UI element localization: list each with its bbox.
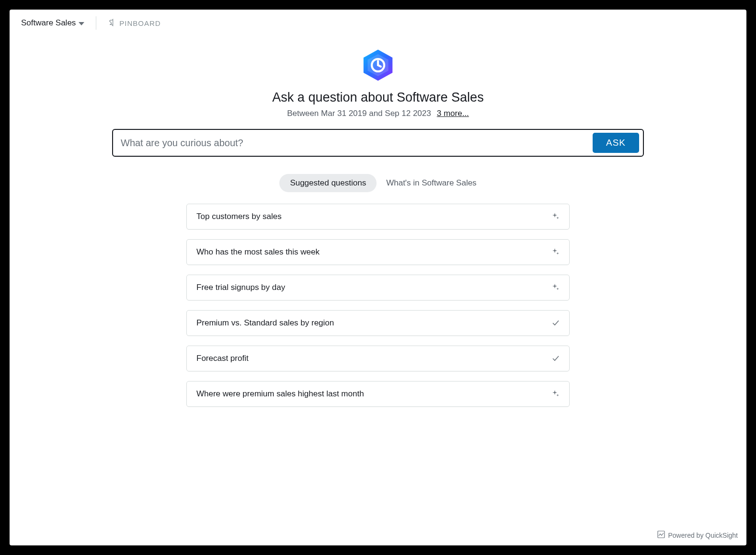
footer: Powered by QuickSight	[657, 531, 738, 540]
suggestion-text: Top customers by sales	[196, 212, 282, 221]
pin-icon	[108, 19, 115, 28]
check-icon	[552, 319, 560, 327]
question-input[interactable]	[121, 135, 593, 151]
check-icon	[552, 355, 560, 362]
suggestion-item[interactable]: Top customers by sales	[186, 204, 570, 230]
pinboard-label: PINBOARD	[119, 19, 160, 27]
top-bar: Software Sales PINBOARD	[10, 10, 746, 35]
suggestion-item[interactable]: Who has the most sales this week	[186, 239, 570, 265]
pinboard-button[interactable]: PINBOARD	[108, 19, 160, 28]
sparkle-icon	[552, 248, 560, 256]
suggestion-text: Who has the most sales this week	[196, 247, 320, 257]
sparkle-icon	[552, 390, 560, 398]
topic-dropdown[interactable]: Software Sales	[21, 18, 84, 28]
suggestion-item[interactable]: Forecast profit	[186, 346, 570, 371]
divider	[96, 16, 96, 30]
svg-rect-3	[658, 531, 664, 538]
date-range-text: Between Mar 31 2019 and Sep 12 2023	[287, 109, 431, 118]
suggestion-text: Forecast profit	[196, 354, 249, 363]
tabs-row: Suggested questions What's in Software S…	[279, 174, 476, 192]
suggestion-item[interactable]: Where were premium sales highest last mo…	[186, 381, 570, 407]
chevron-down-icon	[79, 22, 84, 25]
ask-button[interactable]: ASK	[593, 133, 639, 153]
suggestion-text: Free trial signups by day	[196, 283, 285, 292]
suggestion-text: Premium vs. Standard sales by region	[196, 318, 334, 328]
suggestion-item[interactable]: Premium vs. Standard sales by region	[186, 310, 570, 336]
sparkle-icon	[552, 284, 560, 291]
suggestions-list: Top customers by sales Who has the most …	[186, 204, 570, 407]
chart-icon	[657, 531, 665, 540]
topic-name: Software Sales	[21, 18, 76, 28]
sparkle-icon	[552, 213, 560, 220]
quicksight-q-logo-icon	[361, 48, 395, 82]
date-range-row: Between Mar 31 2019 and Sep 12 2023 3 mo…	[287, 109, 469, 118]
suggestion-text: Where were premium sales highest last mo…	[196, 389, 364, 399]
main-content: Ask a question about Software Sales Betw…	[10, 35, 746, 545]
suggestion-item[interactable]: Free trial signups by day	[186, 275, 570, 301]
page-title: Ask a question about Software Sales	[272, 90, 483, 105]
search-bar: ASK	[112, 129, 644, 157]
powered-by-label: Powered by QuickSight	[668, 532, 738, 539]
tab-whats-in[interactable]: What's in Software Sales	[386, 178, 476, 188]
app-window: Software Sales PINBOARD	[10, 10, 746, 545]
tab-suggested-questions[interactable]: Suggested questions	[279, 174, 377, 192]
more-filters-link[interactable]: 3 more...	[437, 109, 469, 118]
